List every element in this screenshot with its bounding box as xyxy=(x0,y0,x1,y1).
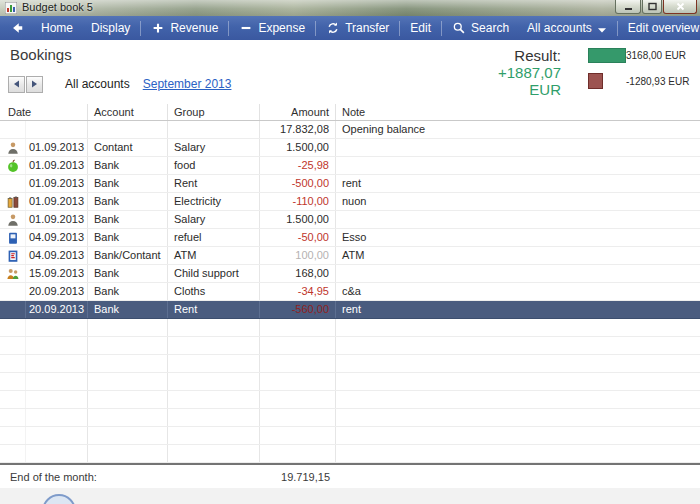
cell-date xyxy=(26,427,88,444)
minimize-button[interactable] xyxy=(615,0,641,14)
cell-group: Child support xyxy=(168,265,260,282)
cell-group xyxy=(168,391,260,408)
cell-note xyxy=(336,445,700,462)
table-row[interactable]: 04.09.2013Bank/ContantATM100,00ATM xyxy=(0,247,700,265)
table-row[interactable]: 01.09.2013Bankfood-25,98 xyxy=(0,157,700,175)
table-row[interactable]: 01.09.2013BankSalary1.500,00 xyxy=(0,211,700,229)
cell-account: Bank xyxy=(88,265,168,282)
toolbar-item-transfer[interactable]: Transfer xyxy=(317,16,398,40)
cell-group xyxy=(168,121,260,138)
cell-date xyxy=(26,409,88,426)
main-toolbar: Home Display Revenue Expense xyxy=(0,16,700,40)
maximize-button[interactable] xyxy=(642,0,662,14)
table-row[interactable]: 15.09.2013BankChild support168,00 xyxy=(0,265,700,283)
toolbar-item-display[interactable]: Display xyxy=(82,16,139,40)
table-body: 17.832,08Opening balance01.09.2013Contan… xyxy=(0,121,700,463)
toolbar-item-search[interactable]: Search xyxy=(443,16,518,40)
accounts-dropdown[interactable]: All accounts xyxy=(518,16,616,40)
back-button[interactable] xyxy=(0,16,32,40)
expense-value: -1280,93 EUR xyxy=(626,76,678,87)
cell-date: 01.09.2013 xyxy=(26,211,88,228)
toolbar-separator xyxy=(399,21,400,36)
month-summary-footer: End of the month: 19.719,15 xyxy=(0,463,700,488)
bookings-table: Date Account Group Amount Note 17.832,08… xyxy=(0,104,700,463)
table-row-empty[interactable] xyxy=(0,373,700,391)
cell-account xyxy=(88,337,168,354)
app-icon xyxy=(5,2,17,14)
cell-account xyxy=(88,373,168,390)
cell-amount xyxy=(260,409,336,426)
cell-note: rent xyxy=(336,301,700,318)
table-row[interactable]: 20.09.2013BankCloths-34,95c&a xyxy=(0,283,700,301)
cell-account: Bank xyxy=(88,193,168,210)
toolbar-item-revenue[interactable]: Revenue xyxy=(142,16,227,40)
close-button[interactable] xyxy=(663,0,697,14)
table-row-empty[interactable] xyxy=(0,391,700,409)
edit-overview-button[interactable]: Edit overview xyxy=(619,16,700,40)
cell-account: Bank xyxy=(88,301,168,318)
plus-icon xyxy=(151,21,165,35)
cell-date xyxy=(26,355,88,372)
cell-account xyxy=(88,445,168,462)
cell-date xyxy=(26,391,88,408)
income-bar xyxy=(588,48,626,63)
cell-amount xyxy=(260,445,336,462)
magnifier-icon xyxy=(452,21,466,35)
cell-group: Rent xyxy=(168,301,260,318)
edit-overview-label: Edit overview xyxy=(628,21,699,35)
expense-bar xyxy=(588,73,603,89)
toolbar-item-edit[interactable]: Edit xyxy=(401,16,440,40)
table-row[interactable]: 01.09.2013BankRent-500,00rent xyxy=(0,175,700,193)
table-row-empty[interactable] xyxy=(0,445,700,463)
toolbar-item-expense[interactable]: Expense xyxy=(230,16,314,40)
cell-date: 01.09.2013 xyxy=(26,175,88,192)
cell-account xyxy=(88,319,168,336)
cell-group: ATM xyxy=(168,247,260,264)
cell-amount: 168,00 xyxy=(260,265,336,282)
next-period-button[interactable] xyxy=(26,76,43,93)
column-header-date[interactable]: Date xyxy=(0,104,88,120)
toolbar-separator xyxy=(228,21,229,36)
toolbar-item-home[interactable]: Home xyxy=(32,16,82,40)
period-link[interactable]: September 2013 xyxy=(143,77,232,91)
toolbar-separator xyxy=(441,21,442,36)
table-row-empty[interactable] xyxy=(0,355,700,373)
table-row-selected[interactable]: 20.09.2013BankRent-560,00rent xyxy=(0,301,700,319)
column-header-group[interactable]: Group xyxy=(168,104,260,120)
column-header-amount[interactable]: Amount xyxy=(260,104,336,120)
table-row[interactable]: 17.832,08Opening balance xyxy=(0,121,700,139)
income-bar-cell xyxy=(561,48,626,63)
cell-note xyxy=(336,391,700,408)
table-row-empty[interactable] xyxy=(0,427,700,445)
minus-icon xyxy=(239,21,253,35)
toolbar-separator xyxy=(315,21,316,36)
table-row[interactable]: 04.09.2013Bankrefuel-50,00Esso xyxy=(0,229,700,247)
cell-account: Bank xyxy=(88,211,168,228)
table-row[interactable]: 01.09.2013BankElectricity-110,00nuon xyxy=(0,193,700,211)
previous-period-button[interactable] xyxy=(8,76,25,93)
table-row-empty[interactable] xyxy=(0,337,700,355)
column-header-account[interactable]: Account xyxy=(88,104,168,120)
cell-group xyxy=(168,337,260,354)
cell-amount xyxy=(260,319,336,336)
cell-amount xyxy=(260,427,336,444)
row-icon-empty xyxy=(0,121,26,138)
family-icon xyxy=(0,265,26,282)
row-icon-empty xyxy=(0,427,26,444)
toolbar-item-display-label: Display xyxy=(91,21,130,35)
cell-date: 01.09.2013 xyxy=(26,157,88,174)
table-row[interactable]: 01.09.2013ContantSalary1.500,00 xyxy=(0,139,700,157)
accounts-dropdown-label: All accounts xyxy=(527,21,592,35)
cell-amount: 1.500,00 xyxy=(260,139,336,156)
cell-date xyxy=(26,373,88,390)
toolbar-item-edit-label: Edit xyxy=(410,21,431,35)
table-row-empty[interactable] xyxy=(0,319,700,337)
cell-amount: -34,95 xyxy=(260,283,336,300)
cell-date: 04.09.2013 xyxy=(26,247,88,264)
table-row-empty[interactable] xyxy=(0,409,700,427)
column-header-note[interactable]: Note xyxy=(336,104,700,120)
transfer-arrows-icon xyxy=(326,21,340,35)
cell-note xyxy=(336,337,700,354)
cell-account: Bank xyxy=(88,175,168,192)
cell-account xyxy=(88,391,168,408)
